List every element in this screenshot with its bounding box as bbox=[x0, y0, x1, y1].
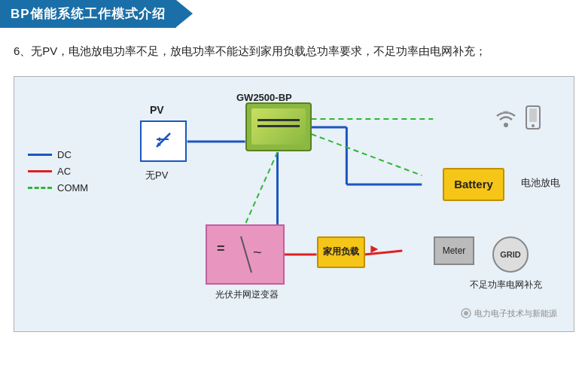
svg-point-24 bbox=[464, 311, 468, 315]
meter-label: Meter bbox=[443, 245, 466, 256]
svg-marker-15 bbox=[157, 137, 160, 142]
wifi-phone-icons bbox=[494, 105, 544, 130]
dc-line bbox=[28, 154, 52, 156]
home-load-box: 家用负载 bbox=[317, 236, 365, 268]
meter-box: Meter bbox=[434, 236, 474, 265]
pv-sub-label: 无PV bbox=[145, 169, 168, 182]
svg-rect-18 bbox=[529, 108, 537, 122]
header-triangle bbox=[176, 0, 193, 27]
svg-line-6 bbox=[364, 251, 402, 255]
watermark-text: 电力电子技术与新能源 bbox=[474, 308, 557, 319]
ac-line bbox=[28, 170, 52, 172]
gw-line1 bbox=[257, 119, 300, 121]
gw-device bbox=[245, 102, 312, 151]
insufficient-power-label: 不足功率电网补充 bbox=[470, 279, 542, 291]
battery-box: Battery bbox=[443, 168, 504, 201]
svg-line-11 bbox=[245, 152, 278, 224]
phone-icon bbox=[522, 105, 544, 130]
pv-box bbox=[140, 120, 187, 162]
wifi-icon bbox=[494, 105, 518, 130]
header-bar: BP储能系统工作模式介绍 bbox=[0, 0, 176, 28]
grid-circle: GRID bbox=[492, 236, 529, 273]
home-load-label: 家用负载 bbox=[323, 245, 359, 258]
inverter-label: 光伏并网逆变器 bbox=[206, 288, 288, 301]
gw-line2 bbox=[257, 125, 300, 127]
grid-label: GRID bbox=[500, 250, 521, 259]
svg-marker-8 bbox=[370, 245, 378, 253]
ac-label: AC bbox=[57, 166, 71, 177]
inverter-symbol: = ~ bbox=[212, 230, 279, 279]
legend: DC AC COMM bbox=[28, 149, 88, 194]
pv-label: PV bbox=[150, 104, 164, 116]
svg-point-19 bbox=[532, 124, 535, 127]
svg-text:=: = bbox=[217, 241, 225, 256]
gw-device-label: GW2500-BP bbox=[236, 92, 292, 103]
legend-ac: AC bbox=[28, 166, 88, 177]
battery-discharge-label: 电池放电 bbox=[521, 176, 560, 190]
legend-comm: COMM bbox=[28, 182, 88, 194]
pv-icon bbox=[149, 129, 178, 153]
diagram-inner: PV 无PV GW2500-BP bbox=[23, 89, 565, 322]
svg-text:~: ~ bbox=[253, 244, 262, 261]
diagram-container: PV 无PV GW2500-BP bbox=[14, 76, 574, 332]
svg-point-16 bbox=[504, 123, 508, 127]
page-wrapper: BP储能系统工作模式介绍 6、无PV，电池放电功率不足，放电功率不能达到家用负载… bbox=[0, 0, 588, 381]
dc-label: DC bbox=[57, 149, 72, 160]
watermark-icon bbox=[461, 308, 471, 319]
inverter-box: = ~ bbox=[206, 224, 285, 285]
watermark: 电力电子技术与新能源 bbox=[461, 308, 557, 319]
legend-dc: DC bbox=[28, 149, 88, 160]
comm-label: COMM bbox=[57, 182, 88, 194]
header-title: BP储能系统工作模式介绍 bbox=[11, 7, 166, 21]
body-text: 6、无PV，电池放电功率不足，放电功率不能达到家用负载总功率要求，不足功率由电网… bbox=[0, 35, 588, 70]
gw-device-inner bbox=[251, 108, 306, 145]
comm-line bbox=[28, 187, 52, 189]
svg-line-10 bbox=[311, 134, 422, 175]
svg-line-21 bbox=[241, 236, 251, 273]
